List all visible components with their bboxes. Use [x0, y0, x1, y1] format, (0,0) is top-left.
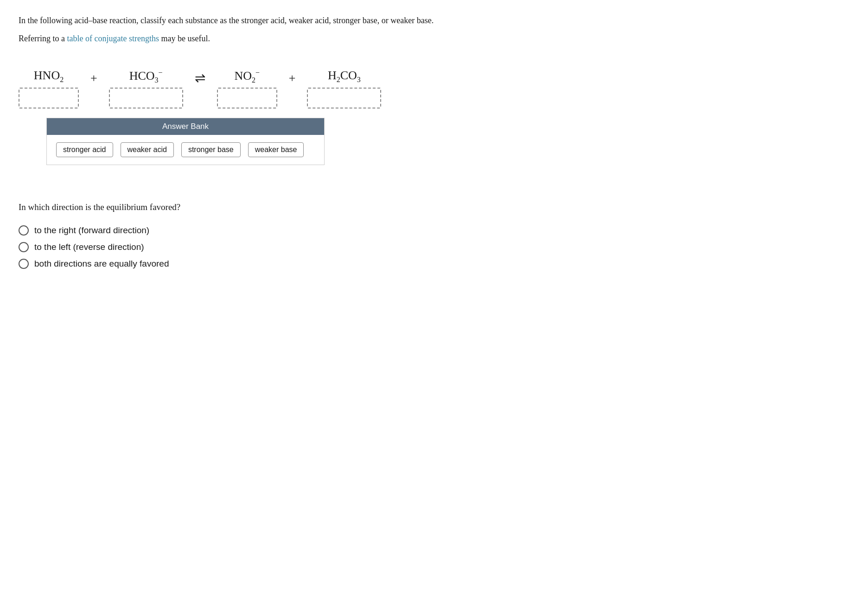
chip-weaker-acid[interactable]: weaker acid — [121, 142, 174, 157]
intro-line2: Referring to a table of conjugate streng… — [19, 32, 482, 45]
compound-no2: NO2− — [217, 69, 277, 109]
radio-right-label: to the right (forward direction) — [34, 225, 149, 236]
radio-option-both[interactable]: both directions are equally favored — [19, 259, 849, 269]
answer-bank-items: stronger acid weaker acid stronger base … — [47, 135, 324, 165]
radio-left[interactable] — [19, 242, 29, 252]
operator-plus-1: + — [88, 71, 100, 85]
formula-no2: NO2− — [234, 69, 260, 84]
equilibrium-question: In which direction is the equilibrium fa… — [19, 202, 849, 212]
equilibrium-section: In which direction is the equilibrium fa… — [19, 202, 849, 269]
answer-bank-header: Answer Bank — [47, 118, 324, 135]
drop-box-h2co3[interactable] — [307, 88, 381, 108]
formula-hco3: HCO3− — [129, 69, 163, 84]
formula-h2co3: H2CO3 — [328, 69, 361, 84]
drop-box-hco3[interactable] — [109, 88, 183, 108]
chip-weaker-base[interactable]: weaker base — [248, 142, 304, 157]
compound-hco3: HCO3− — [109, 69, 183, 109]
answer-bank: Answer Bank stronger acid weaker acid st… — [46, 118, 325, 165]
reaction-area: HNO2 + HCO3− ⇌ NO2− + H2CO3 Answer Bank … — [19, 69, 849, 166]
reaction-row: HNO2 + HCO3− ⇌ NO2− + H2CO3 — [19, 69, 849, 109]
equilibrium-arrow: ⇌ — [192, 70, 208, 86]
intro-line1: In the following acid–base reaction, cla… — [19, 14, 482, 27]
conjugate-link[interactable]: table of conjugate strengths — [67, 34, 159, 43]
compound-hno2: HNO2 — [19, 69, 79, 108]
radio-right[interactable] — [19, 225, 29, 236]
radio-option-right[interactable]: to the right (forward direction) — [19, 225, 849, 236]
drop-box-no2[interactable] — [217, 88, 277, 108]
drop-box-hno2[interactable] — [19, 88, 79, 108]
chip-stronger-acid[interactable]: stronger acid — [56, 142, 113, 157]
intro-paragraph: In the following acid–base reaction, cla… — [19, 14, 849, 45]
radio-left-label: to the left (reverse direction) — [34, 242, 144, 252]
radio-both-label: both directions are equally favored — [34, 259, 169, 269]
operator-plus-2: + — [287, 71, 298, 85]
chip-stronger-base[interactable]: stronger base — [181, 142, 241, 157]
formula-hno2: HNO2 — [34, 69, 64, 84]
compound-h2co3: H2CO3 — [307, 69, 381, 108]
radio-option-left[interactable]: to the left (reverse direction) — [19, 242, 849, 252]
radio-both[interactable] — [19, 259, 29, 269]
